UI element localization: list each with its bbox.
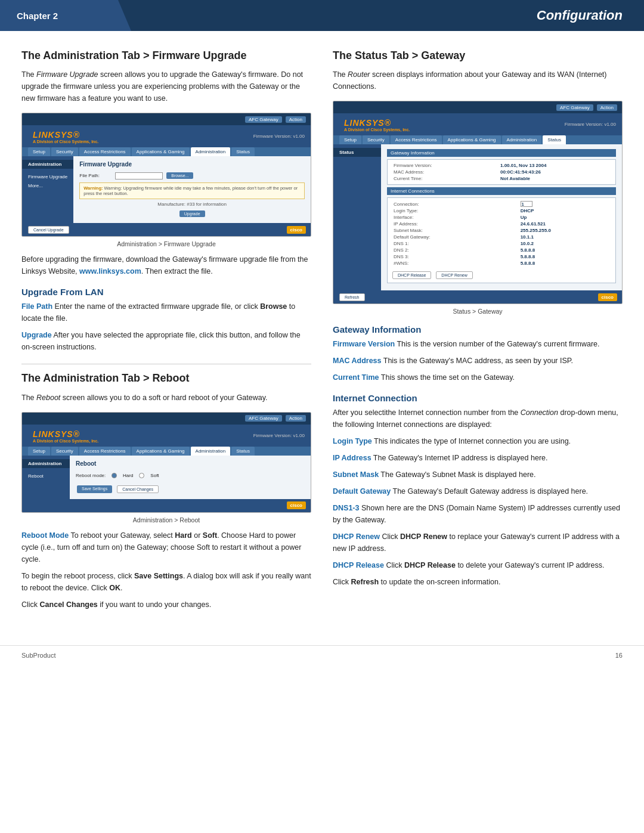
login-type-label: Login Type: [391, 208, 518, 214]
right-column: The Status Tab > Gateway The Router scre… [333, 49, 623, 615]
page-header: Chapter 2 Configuration [0, 0, 644, 31]
cancel-changes-btn[interactable]: Cancel Changes [117, 485, 159, 493]
ss-main-firmware: Firmware Upgrade File Path: Browse... Wa… [73, 156, 311, 223]
default-gw-val: 10.1.1 [518, 234, 612, 240]
tab-security-status[interactable]: Security [363, 135, 389, 144]
dns1-val: 10.0.2 [518, 240, 612, 247]
before-upgrade-text: Before upgrading the firmware, download … [21, 253, 311, 277]
ss-sidebar: Administration Firmware Upgrade More... [22, 156, 73, 223]
subnet-label: Subnet Mask: [391, 227, 518, 234]
current-time-label: Current Time: [391, 175, 498, 182]
ss-topbar-status: AFC Gateway Action [333, 101, 622, 113]
connection-row: Connection: 1 [391, 200, 612, 208]
sidebar-admin-reboot[interactable]: Administration [22, 459, 70, 468]
reboot-radio-group: Hard Soft [112, 473, 159, 478]
ss-footer-status: Refresh cisco [333, 290, 622, 304]
login-type-row: Login Type: DHCP [391, 208, 612, 214]
tab-status[interactable]: Status [231, 147, 255, 156]
soft-radio[interactable] [139, 473, 144, 478]
dhcp-renew-desc: DHCP Renew Click DHCP Renew to replace y… [333, 531, 623, 555]
dhcp-release-desc: DHCP Release Click DHCP Release to delet… [333, 559, 623, 571]
tab-apps-status[interactable]: Applications & Gaming [443, 135, 501, 144]
cancel-upgrade-btn[interactable]: Cancel Upgrade [28, 226, 69, 234]
save-settings-btn[interactable]: Save Settings [77, 485, 112, 493]
file-path-desc: File Path Enter the name of the extracte… [21, 301, 311, 324]
gateway-info-table: Firmware Version: 1.00.01, Nov 13 2004 M… [391, 162, 612, 182]
tab-security-reboot[interactable]: Security [51, 447, 78, 456]
linksys-sub-reboot: A Division of Cisco Systems, Inc. [33, 439, 98, 443]
divider-1 [21, 364, 311, 364]
tab-administration[interactable]: Administration [191, 147, 231, 156]
tab-security[interactable]: Security [51, 147, 78, 156]
ss-tabs: Setup Security Access Restrictions Appli… [22, 147, 311, 156]
reboot-buttons: Save Settings Cancel Changes [76, 484, 305, 494]
subnet-row: Subnet Mask: 255.255.255.0 [391, 227, 612, 234]
save-settings-desc: To begin the reboot process, click Save … [21, 570, 311, 594]
linksys-sub-status: A Division of Cisco Systems, Inc. [344, 128, 410, 132]
page-footer: SubProduct 16 [0, 645, 644, 665]
tab-access-reboot[interactable]: Access Restrictions [79, 447, 131, 456]
gateway-info-heading: Gateway Information [333, 324, 623, 335]
gateway-info-header: Gateway Information [387, 149, 616, 157]
tab-applications[interactable]: Applications & Gaming [132, 147, 190, 156]
tab-admin-status[interactable]: Administration [502, 135, 542, 144]
ip-row: IP Address: 24.6.61.521 [391, 221, 612, 227]
tab-access-status[interactable]: Access Restrictions [391, 135, 442, 144]
ip-label: IP Address: [391, 221, 518, 227]
dhcp-renew-ss-btn[interactable]: DHCP Renew [436, 271, 472, 279]
sidebar-reboot[interactable]: Reboot [22, 472, 70, 481]
tab-status-reboot[interactable]: Status [231, 447, 255, 456]
interface-row: Interface: Up [391, 214, 612, 221]
refresh-btn-ss[interactable]: Refresh [339, 293, 365, 301]
conn-label: Connection: [391, 200, 518, 208]
hard-label: Hard [123, 473, 133, 478]
dhcp-release-ss-btn[interactable]: DHCP Release [392, 271, 431, 279]
reboot-screenshot: AFC Gateway Action LINKSYS® A Division o… [21, 412, 311, 513]
footer-right: 16 [615, 652, 623, 659]
action-label-status: Action [597, 104, 617, 111]
upgrade-btn[interactable]: Upgrade [179, 210, 205, 217]
dns3-row: DNS 3: 5.8.8.8 [391, 253, 612, 260]
ss-sidebar-status: Status [333, 144, 381, 290]
tab-admin-reboot[interactable]: Administration [191, 447, 231, 456]
tab-apps-reboot[interactable]: Applications & Gaming [132, 447, 190, 456]
tab-setup-reboot[interactable]: Setup [28, 447, 50, 456]
firmware-version-desc: Firmware Version This is the version num… [333, 338, 623, 350]
file-path-input[interactable] [115, 172, 163, 179]
hard-radio[interactable] [112, 473, 117, 478]
action-label: Action [286, 116, 306, 123]
upgrade-from-lan-heading: Upgrade From LAN [21, 287, 311, 297]
ss-header-reboot: LINKSYS® A Division of Cisco Systems, In… [22, 425, 311, 447]
subnet-val: 255.255.255.0 [518, 227, 612, 234]
admin-reboot-intro: The Reboot screen allows you to do a sof… [21, 392, 311, 404]
dns3-label: DNS 3: [391, 253, 518, 260]
tab-status-active[interactable]: Status [543, 135, 566, 144]
sidebar-status[interactable]: Status [333, 148, 381, 157]
wins-val: 5.8.8.8 [518, 260, 612, 267]
linksys-logo: LINKSYS® A Division of Cisco Systems, In… [28, 128, 104, 145]
wins-label: #WNS: [391, 260, 518, 267]
file-path-label: File Path: [79, 173, 115, 178]
current-time-desc: Current Time This shows the time set on … [333, 371, 623, 383]
reboot-mode-desc: Reboot Mode To reboot your Gateway, sele… [21, 529, 311, 565]
reboot-caption: Administration > Reboot [21, 516, 311, 524]
action-label-reboot: Action [286, 415, 306, 422]
ip-address-desc: IP Address The Gateway's Internet IP add… [333, 452, 623, 464]
status-gateway-heading: The Status Tab > Gateway [333, 49, 623, 63]
tab-setup[interactable]: Setup [28, 147, 50, 156]
sidebar-administration[interactable]: Administration [22, 160, 73, 169]
mac-label: MAC Address: [391, 169, 498, 175]
browse-btn[interactable]: Browse... [166, 172, 193, 179]
fw-ver-status: Firmware Version: v1.00 [565, 122, 616, 127]
conn-val[interactable]: 1 [521, 201, 532, 207]
tab-access[interactable]: Access Restrictions [79, 147, 131, 156]
ss-sidebar-content: Administration Firmware Upgrade More... … [22, 156, 311, 223]
page-title: Configuration [131, 0, 644, 31]
sidebar-more[interactable]: More... [22, 181, 73, 190]
cisco-logo-reboot: cisco [287, 501, 306, 509]
sidebar-firmware-upgrade[interactable]: Firmware Upgrade [22, 172, 73, 181]
firmware-version-label: Firmware Version: v1.00 [253, 134, 305, 139]
ss-topbar-reboot: AFC Gateway Action [22, 413, 311, 425]
tab-setup-status[interactable]: Setup [339, 135, 361, 144]
ss-header-status: LINKSYS® A Division of Cisco Systems, In… [333, 113, 622, 135]
